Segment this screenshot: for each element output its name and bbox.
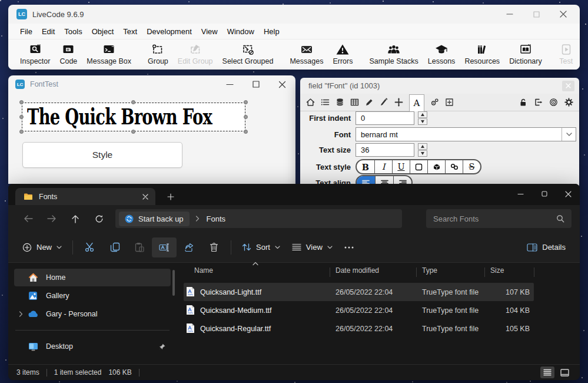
menu-edit[interactable]: Edit [37,27,59,36]
back-icon[interactable] [16,208,40,229]
share-button[interactable] [177,237,201,257]
delete-button[interactable] [201,237,226,257]
first-indent-stepper[interactable] [418,111,427,125]
sidebar-item-onedrive[interactable]: Gary - Personal [14,305,171,323]
menu-file[interactable]: File [15,27,37,36]
column-separator[interactable] [534,268,534,277]
menu-development[interactable]: Development [142,27,197,36]
threed-style-button[interactable] [427,160,445,173]
close-icon[interactable] [278,81,286,88]
sidebar-item-desktop[interactable]: Desktop [14,338,171,355]
column-header-name[interactable]: Name [194,266,213,275]
step-up-icon[interactable] [418,143,427,150]
breadcrumb-folder[interactable]: Fonts [200,214,226,223]
menu-tools[interactable]: Tools [59,27,87,36]
resources-button[interactable]: Resources [460,42,504,67]
brush-tab-icon[interactable] [380,98,388,107]
fonttest-titlebar[interactable]: LC FontTest [8,75,295,93]
database-tab-icon[interactable] [335,98,344,107]
lessons-button[interactable]: Lessons [423,42,460,67]
box-style-button[interactable] [410,160,427,173]
maximize-icon[interactable] [542,191,547,197]
inspector-button[interactable]: Inspector [15,42,55,67]
refresh-icon[interactable] [87,208,111,229]
group-button[interactable]: Group [143,42,173,67]
bold-button[interactable]: B [357,160,374,173]
close-icon[interactable] [560,11,567,18]
message-box-button[interactable]: Message Box [82,42,136,67]
resize-tab-icon[interactable] [445,98,454,107]
file-row-quicksand-regular[interactable]: Quicksand-Regular.ttf 26/05/2022 22:04 T… [184,319,534,338]
selection-handle[interactable] [244,100,248,104]
minimize-icon[interactable] [506,11,513,18]
font-sample-field[interactable]: The Quick Brown Fox [22,103,245,131]
sort-caret-icon[interactable] [252,262,259,266]
step-up-icon[interactable] [418,111,427,118]
dictionary-button[interactable]: Dictionary [504,42,547,67]
underline-button[interactable]: U [392,160,410,173]
home-tab-icon[interactable] [306,98,315,107]
gears-tab-icon[interactable] [430,98,439,107]
chevron-down-icon[interactable] [562,128,576,141]
explorer-tab-fonts[interactable]: Fonts [15,188,155,205]
pencil-tab-icon[interactable] [365,98,374,107]
step-down-icon[interactable] [418,150,427,157]
rename-button[interactable] [152,237,177,257]
livecode-titlebar[interactable]: LC LiveCode 9.6.9 [8,5,580,24]
first-indent-input[interactable]: 0 [356,111,414,125]
address-bar[interactable]: Start back up Fonts [115,209,402,228]
minimize-icon[interactable] [226,81,234,88]
sample-stacks-button[interactable]: Sample Stacks [364,42,423,67]
inspector-titlebar[interactable]: field "fFont" (id 1003) [300,78,579,94]
close-icon[interactable] [565,191,572,197]
sort-button[interactable]: Sort [236,237,286,257]
column-separator[interactable] [484,268,485,277]
more-icon[interactable] [338,237,360,257]
move-tab-icon[interactable] [394,98,403,107]
lock-open-icon[interactable] [519,98,527,107]
send-icon[interactable] [534,98,543,107]
selection-handle[interactable] [19,100,24,104]
menu-help[interactable]: Help [259,27,284,36]
sidebar-scrollbar[interactable] [172,270,175,296]
new-tab-button[interactable] [167,188,174,205]
up-icon[interactable] [64,208,87,229]
file-row-quicksand-medium[interactable]: Quicksand-Medium.ttf 26/05/2022 22:04 Tr… [184,301,534,319]
text-size-stepper[interactable] [418,143,427,157]
column-header-date[interactable]: Date modified [335,266,379,275]
sidebar-item-home[interactable]: Home [14,269,171,286]
column-separator[interactable] [330,268,330,277]
file-row-quicksand-light[interactable]: Quicksand-Light.ttf 26/05/2022 22:04 Tru… [184,283,534,301]
selection-handle[interactable] [19,115,24,119]
close-icon[interactable] [562,81,574,91]
list-tab-icon[interactable] [321,98,330,107]
close-icon[interactable] [142,194,148,200]
forward-icon[interactable] [40,208,64,229]
column-header-type[interactable]: Type [422,266,437,275]
test-button[interactable]: Test [554,42,579,67]
errors-button[interactable]: Errors [328,42,357,67]
code-button[interactable]: Code [55,42,82,67]
thumbnail-view-icon[interactable] [557,367,572,378]
strikethrough-button[interactable]: S [463,160,480,173]
menu-view[interactable]: View [197,27,222,36]
cut-button[interactable] [78,237,102,257]
column-header-size[interactable]: Size [490,266,504,275]
menu-object[interactable]: Object [87,27,119,36]
step-down-icon[interactable] [418,118,427,125]
table-tab-icon[interactable] [350,98,359,107]
new-button[interactable]: New [16,237,68,257]
menu-window[interactable]: Window [222,27,259,36]
sidebar-item-gallery[interactable]: Gallery [14,287,171,305]
minimize-icon[interactable] [517,191,524,197]
selection-handle[interactable] [131,130,135,134]
paste-button[interactable] [127,237,152,257]
breadcrumb-device[interactable]: Start back up [119,212,190,226]
search-input[interactable]: Search Fonts [426,209,572,228]
details-view-icon[interactable] [540,367,554,378]
select-grouped-button[interactable]: Select Grouped [218,42,278,67]
italic-button[interactable]: I [374,160,392,173]
link-style-button[interactable] [445,160,463,173]
selection-handle[interactable] [244,115,248,119]
style-button[interactable]: Style [22,142,182,168]
